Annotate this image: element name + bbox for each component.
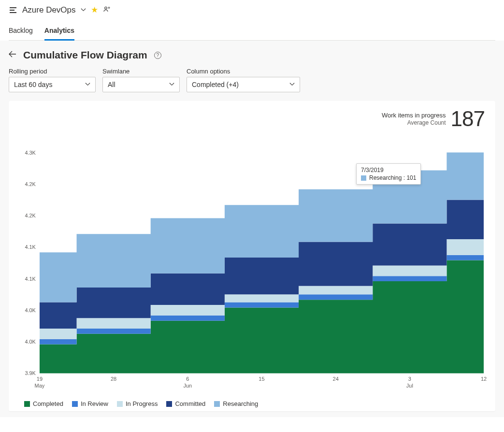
column-options-select[interactable]: Completed (+4) [187,77,300,92]
project-name[interactable]: Azure DevOps [22,5,76,15]
svg-text:Jun: Jun [183,383,192,389]
svg-text:Jul: Jul [406,383,413,389]
chevron-down-icon [169,82,174,88]
svg-text:4.1K: 4.1K [25,276,36,282]
legend-label: Committed [175,400,205,407]
legend-item[interactable]: In Review [72,400,108,407]
svg-rect-0 [10,7,16,8]
back-arrow-icon[interactable] [9,51,16,59]
svg-point-4 [108,7,110,9]
svg-text:15: 15 [259,376,264,382]
tooltip-swatch-icon [361,175,366,181]
cfd-chart: 3.9K4.0K4.0K4.1K4.1K4.2K4.2K4.3K19May286… [15,108,489,397]
svg-text:3: 3 [408,376,411,382]
svg-text:4.2K: 4.2K [25,213,36,218]
project-header: Azure DevOps ★ [9,5,495,15]
swimlane-value: All [108,81,115,88]
tab-bar: Backlog Analytics [9,24,495,41]
legend-swatch-icon [72,401,78,407]
team-icon[interactable] [103,5,111,14]
filter-row: Rolling period Last 60 days Swimlane All… [9,68,495,92]
chevron-down-icon[interactable] [81,6,86,14]
svg-text:28: 28 [111,376,116,382]
column-options-value: Completed (+4) [192,81,239,88]
filter-rolling-label: Rolling period [9,68,96,75]
filter-columns-label: Column options [187,68,300,75]
rolling-period-value: Last 60 days [14,81,52,88]
rolling-period-select[interactable]: Last 60 days [9,77,96,92]
tab-analytics[interactable]: Analytics [44,24,74,41]
legend-swatch-icon [24,401,30,407]
legend-swatch-icon [117,401,123,407]
legend-item[interactable]: Researching [214,400,258,407]
favorite-star-icon[interactable]: ★ [91,5,98,15]
legend-label: Researching [223,400,258,407]
chart-legend: Completed In Review In Progress Committe… [15,400,489,407]
legend-swatch-icon [214,401,220,407]
svg-text:3.9K: 3.9K [25,370,36,376]
help-icon[interactable]: ? [154,52,161,59]
backlog-icon [9,6,17,14]
tooltip-series: Researching [369,174,402,181]
svg-rect-1 [10,10,14,11]
legend-label: In Review [81,400,108,407]
svg-text:4.0K: 4.0K [25,339,36,345]
svg-text:4.3K: 4.3K [25,150,36,156]
legend-item[interactable]: Committed [166,400,205,407]
chart-area: 3.9K4.0K4.0K4.1K4.1K4.2K4.2K4.3K19May286… [15,108,489,397]
svg-point-3 [104,7,107,9]
svg-text:6: 6 [186,376,189,382]
legend-item[interactable]: Completed [24,400,63,407]
legend-label: In Progress [126,400,158,407]
page-title: Cumulative Flow Diagram [23,49,147,61]
svg-text:4.1K: 4.1K [25,244,36,250]
tooltip-value: 101 [406,174,416,181]
svg-text:19: 19 [37,376,43,382]
svg-text:4.2K: 4.2K [25,181,36,187]
svg-text:12: 12 [481,376,487,382]
chart-card: Work items in progress Average Count 187… [9,101,495,411]
filter-swimlane-label: Swimlane [102,68,180,75]
tab-backlog[interactable]: Backlog [9,24,33,41]
legend-label: Completed [33,400,63,407]
chevron-down-icon [85,82,90,88]
chevron-down-icon [289,82,295,88]
svg-text:May: May [35,383,45,389]
svg-text:4.0K: 4.0K [25,307,36,313]
swimlane-select[interactable]: All [102,77,180,92]
tooltip-date: 7/3/2019 [361,167,416,173]
legend-swatch-icon [166,401,172,407]
svg-rect-2 [10,12,16,13]
legend-item[interactable]: In Progress [117,400,158,407]
chart-tooltip: 7/3/2019 Researching : 101 [356,163,421,185]
svg-text:24: 24 [333,376,339,382]
